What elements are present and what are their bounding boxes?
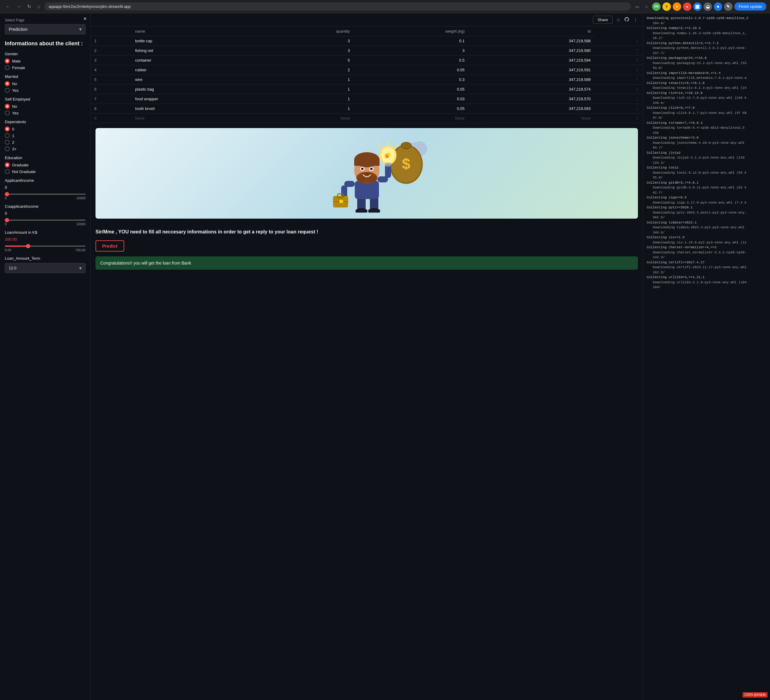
terminal-line: 55.8/	[647, 175, 767, 180]
back-button[interactable]: ←	[3, 3, 12, 11]
csdn-badge: CSDN @AI架构	[742, 692, 768, 698]
more-menu-button[interactable]: ⋮	[633, 17, 638, 23]
applicant-income-slider[interactable]	[5, 194, 86, 195]
browser-chrome: ← → ↻ ⌂ ▭ ☆ ON Y ⚔ ● ▦ ◒ ■ ✎ Finish upda…	[0, 0, 770, 13]
table-cell-id: 347,219,591	[468, 65, 594, 75]
self-employed-yes-radio[interactable]	[5, 111, 10, 115]
self-employed-no-option[interactable]: No	[5, 104, 86, 109]
terminal-line: Downloading urllib3-2.1.0-py3-none-any.w…	[647, 280, 767, 285]
terminal-line: 142.3/	[647, 255, 767, 260]
loan-amount-term-section: Loan_Amount_Term 12.0 36.0 60.0 84.0 120…	[5, 256, 86, 273]
education-not-graduate-label: Not Graduate	[12, 169, 36, 174]
terminal-line: 104/	[647, 285, 767, 290]
terminal-line: Downloading toolz-0.12.0-py3-none-any.wh…	[647, 170, 767, 176]
education-graduate-option[interactable]: Graduate	[5, 163, 86, 167]
table-row: 8 tooth brush 1 0.05 347,219,593 ⋮	[91, 104, 643, 113]
terminal-line: Downloading pytz-2023.3.post1-py2.py3-no…	[647, 210, 767, 215]
avatar-profile: ■	[714, 2, 722, 11]
education-not-graduate-option[interactable]: Not Graduate	[5, 169, 86, 174]
table-cell-overflow: ⋮	[594, 104, 643, 113]
page-select[interactable]: Prediction	[5, 24, 86, 34]
loan-amount-term-select[interactable]: 12.0 36.0 60.0 84.0 120.0 180.0 240.0 30…	[5, 263, 86, 273]
loan-amount-value: 200.00	[5, 237, 86, 242]
table-cell-name: bottle cap	[131, 36, 262, 46]
dependents-0-radio[interactable]	[5, 127, 10, 131]
education-not-graduate-radio[interactable]	[5, 169, 10, 174]
education-radio-group: Graduate Not Graduate	[5, 163, 86, 174]
dependents-2-radio[interactable]	[5, 140, 10, 145]
terminal-line: Collecting tornado<7,>=6.0.3	[647, 121, 767, 126]
table-cell-id: 347,219,593	[468, 104, 594, 113]
main-layout: × Select Page Prediction ▼ Informations …	[0, 13, 770, 700]
coapplicant-income-slider[interactable]	[5, 219, 86, 221]
table-row: 6 plastic bag 1 0.05 347,219,574 ⋮	[91, 85, 643, 94]
terminal-line: Collecting certifi>=2017.4.17	[647, 260, 767, 265]
table-cell-id: 347,219,589	[468, 75, 594, 85]
terminal-line: Collecting gitdb<5,>=4.0.1	[647, 180, 767, 185]
terminal-line: Collecting six>=1.5	[647, 235, 767, 240]
gender-female-radio[interactable]	[5, 65, 10, 70]
dependents-2-option[interactable]: 2	[5, 140, 86, 145]
self-employed-yes-option[interactable]: Yes	[5, 111, 86, 115]
table-cell-index: 5	[91, 75, 131, 85]
col-name: name	[131, 27, 262, 36]
married-yes-radio[interactable]	[5, 88, 10, 93]
gender-male-radio[interactable]	[5, 58, 10, 63]
terminal-line: Collecting jsonschema>=3.0	[647, 135, 767, 140]
github-icon-button[interactable]	[624, 17, 629, 23]
married-yes-option[interactable]: Yes	[5, 88, 86, 93]
url-bar[interactable]	[44, 2, 631, 11]
predict-button[interactable]: Predict	[95, 240, 124, 252]
dependents-3plus-radio[interactable]	[5, 147, 10, 151]
married-no-radio[interactable]	[5, 81, 10, 86]
sidebar-close-button[interactable]: ×	[83, 16, 87, 22]
svg-rect-6	[402, 142, 411, 148]
star-icon-button[interactable]: ☆	[616, 17, 620, 23]
gender-male-option[interactable]: Male	[5, 58, 86, 63]
finish-update-button[interactable]: Finish update	[734, 2, 767, 11]
terminal-line: 84.7/	[647, 145, 767, 150]
gender-female-option[interactable]: Female	[5, 65, 86, 70]
terminal-line: 346.6/	[647, 230, 767, 235]
share-button[interactable]: Share	[593, 16, 613, 24]
sidebar: × Select Page Prediction ▼ Informations …	[0, 13, 91, 700]
applicant-income-section: ApplicantIncome 0 0 10000	[5, 178, 86, 200]
dependents-3plus-label: 3+	[12, 147, 17, 151]
avatar-ext3: ✎	[724, 2, 733, 11]
terminal-line: 18.2/	[647, 35, 767, 41]
table-cell-quantity: 1	[262, 85, 353, 94]
dependents-3plus-option[interactable]: 3+	[5, 147, 86, 151]
refresh-button[interactable]: ↻	[25, 2, 33, 11]
married-section: Married No Yes	[5, 74, 86, 93]
education-graduate-radio[interactable]	[5, 163, 10, 167]
self-employed-radio-group: No Yes	[5, 104, 86, 115]
table-cell-overflow: ⋮	[594, 85, 643, 94]
table-row: 4 rubber 2 0.05 347,219,591 ⋮	[91, 65, 643, 75]
cast-icon[interactable]: ▭	[633, 3, 641, 10]
table-cell-id: 347,219,580	[468, 46, 594, 56]
forward-button[interactable]: →	[15, 3, 23, 11]
table-cell-quantity: 1	[262, 75, 353, 85]
terminal-line: Collecting click<9,>=7.0	[647, 105, 767, 111]
table-cell-id: None	[468, 113, 594, 123]
select-page-label: Select Page	[5, 18, 86, 23]
married-radio-group: No Yes	[5, 81, 86, 93]
dependents-1-radio[interactable]	[5, 133, 10, 138]
married-no-option[interactable]: No	[5, 81, 86, 86]
self-employed-no-label: No	[12, 104, 17, 109]
dependents-2-label: 2	[12, 140, 14, 145]
terminal-line: Collecting jinja2	[647, 150, 767, 155]
home-button[interactable]: ⌂	[36, 3, 42, 11]
education-section: Education Graduate Not Graduate	[5, 155, 86, 174]
self-employed-no-radio[interactable]	[5, 104, 10, 109]
terminal-line: Collecting urllib3<3,>=1.21.1	[647, 275, 767, 280]
dependents-1-option[interactable]: 1	[5, 133, 86, 138]
terminal-line: Collecting importlib-metadata<8,>=1.4	[647, 71, 767, 76]
coapplicant-income-value: 0	[5, 211, 86, 216]
table-cell-name: None	[131, 113, 262, 123]
terminal-panel[interactable]: Downloading pycocotools-2.0.7-cp39-cp39-…	[643, 13, 770, 700]
bookmark-icon[interactable]: ☆	[643, 3, 650, 10]
loan-amount-slider[interactable]	[5, 245, 86, 247]
col-index	[91, 27, 131, 36]
dependents-0-option[interactable]: 0	[5, 127, 86, 131]
